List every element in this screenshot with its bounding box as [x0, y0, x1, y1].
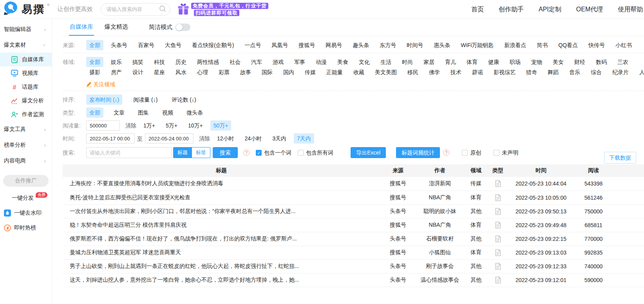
- nav-oem-agent[interactable]: OEM代理: [576, 5, 603, 14]
- domain-chip[interactable]: 动漫: [313, 57, 330, 67]
- reads-preset-chip[interactable]: 1万+: [140, 120, 158, 131]
- domain-chip[interactable]: 社会: [226, 57, 244, 67]
- source-chip[interactable]: 惠头条: [431, 40, 453, 50]
- sidebar-group-article-tools[interactable]: 爆文工具: [0, 122, 52, 137]
- tab-hot-article-selection[interactable]: 爆文精选: [104, 19, 129, 36]
- help-icon[interactable]: [243, 149, 250, 156]
- domain-chip[interactable]: 音乐: [566, 67, 583, 77]
- domain-chip[interactable]: 科技: [151, 57, 168, 67]
- source-chip[interactable]: 看点快报(企鹅号): [189, 40, 237, 50]
- source-chip[interactable]: 百家号: [135, 40, 157, 50]
- sidebar-group-content-ecommerce[interactable]: 内容电商: [0, 153, 52, 168]
- cell-title[interactable]: 曼城力压利物浦卫冕英超冠军 球迷悲喜两重天: [63, 246, 380, 259]
- domain-chip[interactable]: 彩票: [215, 67, 233, 77]
- table-row[interactable]: 俄罗斯惹不得，西方偏偏不信！现在好了，俄乌战争打到现在，打出的双方结果是: 俄罗…: [63, 232, 644, 246]
- cell-title[interactable]: 稳！东契奇命中超远压哨三分 模仿库里抖肩庆祝: [63, 218, 380, 232]
- domain-chip[interactable]: 体育: [463, 57, 481, 67]
- source-chip[interactable]: 小红书: [612, 40, 635, 50]
- domain-chip[interactable]: 三农: [614, 57, 631, 67]
- domain-chip[interactable]: 移民: [404, 67, 421, 77]
- domain-chip[interactable]: 育儿: [442, 57, 459, 67]
- table-row[interactable]: 这天，刘婶进山挖人参，意外挖出了一堆白骨，她余心不忍，立即选个好地方埋掉，晚上，…: [63, 273, 644, 287]
- promo-banner[interactable]: 免费会员，千元礼包，行业干货 扫码进群即可领取: [177, 2, 268, 16]
- source-chip[interactable]: 凤凰号: [268, 40, 291, 50]
- header-search-input[interactable]: [107, 6, 159, 12]
- domain-chip[interactable]: 故事: [237, 67, 254, 77]
- checkbox-undeclared[interactable]: 未声明: [494, 147, 518, 158]
- sidebar-item-one-click-distribute[interactable]: 一键分发免费: [0, 191, 52, 206]
- download-button[interactable]: 下载数据: [604, 152, 636, 164]
- domain-chip[interactable]: 正能量: [323, 67, 346, 77]
- domain-chip[interactable]: 职场: [507, 57, 524, 67]
- source-chip[interactable]: 搜狐号: [295, 40, 318, 50]
- source-chip[interactable]: 头条号: [108, 40, 130, 50]
- domain-chip[interactable]: 历史: [172, 57, 190, 67]
- source-chip[interactable]: QQ看点: [555, 40, 581, 50]
- sort-chip[interactable]: 发布时间 (↓): [86, 95, 122, 105]
- table-row[interactable]: 上海疾控：不要直接使用消毒剂对人员或宠物进行全身喷洒消毒搜狐号澎湃新闻传媒202…: [63, 177, 644, 191]
- source-chip[interactable]: 新浪看点: [501, 40, 529, 50]
- domain-chip[interactable]: 设计: [129, 67, 147, 77]
- domain-chip[interactable]: 房产: [108, 67, 125, 77]
- domain-chip[interactable]: 搞笑: [129, 57, 147, 67]
- domain-chip[interactable]: 健康: [485, 57, 502, 67]
- source-chip[interactable]: 快传号: [585, 40, 608, 50]
- reads-min-input[interactable]: [86, 120, 120, 131]
- sidebar-item-article-analysis[interactable]: 爆文分析: [0, 94, 52, 107]
- logo[interactable]: 易撰 ®: [4, 1, 50, 18]
- source-chip[interactable]: 简书: [534, 40, 551, 50]
- domain-chip[interactable]: 文化: [356, 57, 373, 67]
- source-chip[interactable]: WiFi万能钥匙: [458, 40, 497, 50]
- domain-chip[interactable]: 风水: [172, 67, 190, 77]
- source-chip[interactable]: 趣头条: [349, 40, 372, 50]
- source-chip[interactable]: 全部: [86, 40, 103, 50]
- sort-chip[interactable]: 评论数 (↓): [168, 95, 199, 105]
- cell-title[interactable]: 上海疾控：不要直接使用消毒剂对人员或宠物进行全身喷洒消毒: [63, 177, 380, 191]
- domain-chip[interactable]: 猎奇: [523, 67, 540, 77]
- type-chip[interactable]: 文章: [110, 107, 128, 118]
- time-preset-chip[interactable]: 24小时: [242, 133, 265, 144]
- domain-chip[interactable]: 生活: [377, 57, 394, 67]
- domain-chip[interactable]: 家居: [420, 57, 438, 67]
- checkbox-original[interactable]: 原创: [462, 147, 481, 158]
- domain-chip[interactable]: 全部: [86, 57, 103, 67]
- domain-chip[interactable]: 两性情感: [194, 57, 222, 67]
- nav-creation-assistant[interactable]: 创作助手: [499, 5, 524, 14]
- search-button[interactable]: 搜索: [213, 147, 238, 158]
- follow-domain-link[interactable]: 关注领域: [86, 80, 644, 89]
- export-excel-button[interactable]: 导出Excel: [351, 147, 386, 158]
- cell-title[interactable]: 奥托-波特上篮后左脚受伤已回更衣室接受X光检查: [63, 191, 380, 204]
- search-mode-tag[interactable]: 标签: [192, 147, 210, 158]
- sidebar-group-article-material[interactable]: 爆文素材: [0, 38, 52, 53]
- domain-chip[interactable]: 纪录片: [609, 67, 632, 77]
- checkbox-contain-any[interactable]: ✓包含一个词: [256, 147, 291, 158]
- domain-chip[interactable]: 游戏: [270, 57, 287, 67]
- domain-chip[interactable]: 时尚: [399, 57, 416, 67]
- type-chip[interactable]: 视频: [159, 107, 176, 118]
- domain-chip[interactable]: 财经: [571, 57, 588, 67]
- domain-chip[interactable]: 摄影: [86, 67, 103, 77]
- reads-clear-link[interactable]: 清除: [125, 120, 136, 131]
- sidebar-group-smart-editor[interactable]: 智能编辑器: [0, 22, 52, 37]
- nav-help[interactable]: 使用帮助: [618, 5, 643, 14]
- domain-chip[interactable]: 美文美图: [372, 67, 400, 77]
- domain-chip[interactable]: 国内: [280, 67, 297, 77]
- source-chip[interactable]: 大鱼号: [162, 40, 185, 50]
- search-mode-title[interactable]: 标题: [173, 147, 192, 158]
- sidebar-item-video-library[interactable]: 视频库: [0, 66, 52, 80]
- tab-media-library[interactable]: 自媒体库: [69, 19, 94, 36]
- nav-home[interactable]: 首页: [471, 5, 484, 14]
- source-chip[interactable]: 时间号: [403, 40, 426, 50]
- time-preset-chip[interactable]: 3天内: [269, 133, 289, 144]
- sidebar-item-author-monitor[interactable]: 作者监测: [0, 107, 52, 121]
- domain-chip[interactable]: 军事: [291, 57, 308, 67]
- sidebar-group-ranking-analysis[interactable]: 榜单分析: [0, 138, 52, 153]
- reads-preset-chip[interactable]: 50万+: [210, 120, 232, 131]
- domain-chip[interactable]: 技术: [447, 67, 465, 77]
- source-chip[interactable]: 一点号: [241, 40, 264, 50]
- domain-chip[interactable]: 人文: [636, 67, 644, 77]
- reads-preset-chip[interactable]: 5万+: [163, 120, 181, 131]
- domain-chip[interactable]: 国际: [259, 67, 276, 77]
- domain-chip[interactable]: 宠物: [528, 57, 545, 67]
- cell-title[interactable]: 一次付笛生从外地演出回家，刚到小区门口，邻居对他说：“你家半夜时总有一个陌生男人…: [63, 204, 380, 218]
